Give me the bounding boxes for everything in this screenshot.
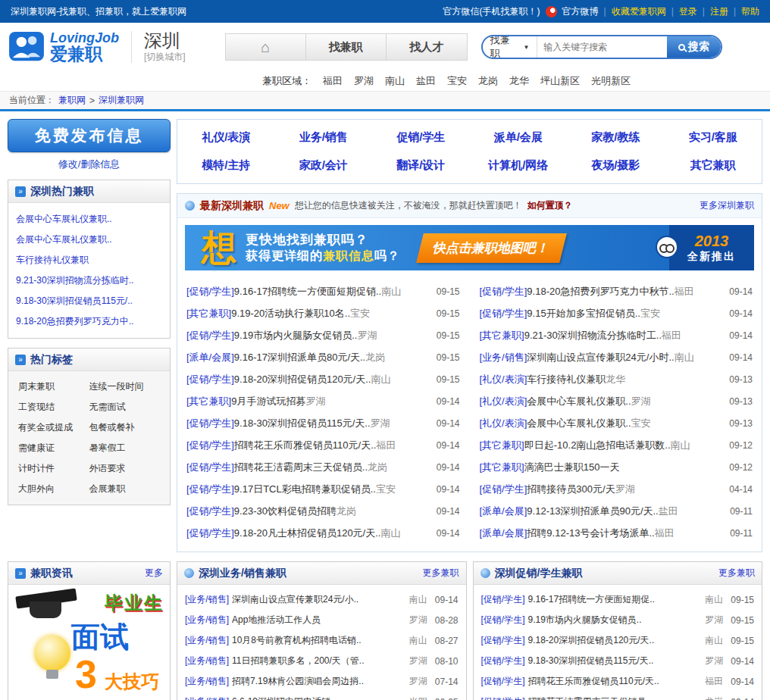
job-title-link[interactable]: 9.12-13深圳招派单员90元/天.. (527, 505, 658, 518)
job-category-link[interactable]: [其它兼职] (186, 307, 231, 320)
hot-job-link[interactable]: 会展中心车展礼仪兼职.. (16, 209, 162, 230)
breadcrumb-current-link[interactable]: 深圳兼职网 (99, 94, 144, 107)
job-title-link[interactable]: 9.18-20深圳招促销员120元/天.. (528, 634, 701, 647)
job-title-link[interactable]: 招聘花王乐而雅促销员110元/天.. (234, 439, 377, 452)
category-link[interactable]: 其它兼职 (665, 158, 762, 173)
job-category-link[interactable]: [促销/学生] (186, 417, 234, 430)
job-category-link[interactable]: [业务/销售] (480, 351, 527, 364)
category-link[interactable]: 夜场/摄影 (567, 158, 665, 173)
job-title-link[interactable]: 深圳南山设点宣传兼职24元/小时.. (527, 351, 674, 364)
region-link[interactable]: 南山 (385, 74, 405, 88)
job-title-link[interactable]: 9.19-20活动执行兼职10名.. (231, 307, 350, 320)
tag-link[interactable]: 周末兼职 (18, 380, 89, 393)
modify-delete-link[interactable]: 修改/删除信息 (8, 158, 171, 171)
job-category-link[interactable]: [促销/学生] (186, 483, 234, 496)
hot-job-link[interactable]: 9.18-20急招费列罗巧克力中.. (16, 311, 162, 332)
tag-link[interactable]: 工资现结 (18, 401, 89, 414)
region-link[interactable]: 福田 (323, 74, 343, 88)
job-map-banner[interactable]: 想 更快地找到兼职吗？ 获得更详细的兼职信息吗？ 快点击兼职地图吧！ 2013 … (185, 225, 754, 270)
category-link[interactable]: 礼仪/表演 (177, 130, 275, 145)
job-title-link[interactable]: 9.19市场内火腿肠女促销员.. (528, 614, 701, 627)
job-category-link[interactable]: [业务/销售] (185, 675, 229, 688)
tag-link[interactable]: 有奖金或提成 (18, 421, 89, 434)
job-title-link[interactable]: 10月8号前教育机构招聘电话销.. (232, 634, 405, 647)
job-category-link[interactable]: [促销/学生] (480, 483, 527, 496)
job-title-link[interactable]: 9.18-20急招费列罗巧克力中秋节.. (527, 285, 674, 298)
job-category-link[interactable]: [促销/学生] (481, 675, 525, 688)
search-category-select[interactable]: 找兼职 ▼ (483, 36, 538, 58)
job-title-link[interactable]: 9.23-30饮料促销员招聘 (234, 505, 336, 518)
job-category-link[interactable]: [礼仪/表演] (480, 417, 527, 430)
job-category-link[interactable]: [其它兼职] (480, 461, 524, 474)
job-category-link[interactable]: [促销/学生] (186, 285, 234, 298)
hot-job-link[interactable]: 9.21-30深圳招物流分拣临时.. (16, 270, 162, 291)
tag-link[interactable]: 计时计件 (18, 462, 89, 475)
job-category-link[interactable]: [礼仪/表演] (480, 395, 527, 408)
job-category-link[interactable]: [促销/学生] (481, 634, 525, 647)
job-title-link[interactable]: 会展中心车展礼仪兼职.. (527, 417, 631, 430)
wechat-link[interactable]: 官方微信(手机找兼职！) (443, 5, 540, 18)
job-title-link[interactable]: 招聘7.19林肯公园演唱会周边捎.. (232, 675, 405, 688)
job-category-link[interactable]: [其它兼职] (480, 329, 524, 342)
job-category-link[interactable]: [礼仪/表演] (480, 373, 527, 386)
category-link[interactable]: 实习/客服 (665, 130, 762, 145)
job-title-link[interactable]: 9.21-30深圳招物流分拣临时工.. (524, 329, 662, 342)
tag-link[interactable]: 外语要求 (89, 462, 161, 475)
job-category-link[interactable]: [促销/学生] (186, 527, 234, 540)
job-title-link[interactable]: 招聘花王洁霸周末三天促销员.. (234, 461, 368, 474)
favorite-link[interactable]: 收藏爱兼职网 (612, 5, 666, 18)
how-to-top-link[interactable]: 如何置顶？ (527, 199, 573, 212)
job-title-link[interactable]: 9.17日TCL彩电招聘兼职促销员.. (234, 483, 376, 496)
search-input[interactable] (537, 42, 667, 52)
job-category-link[interactable]: [派单/会展] (186, 351, 234, 364)
category-link[interactable]: 促销/学生 (372, 130, 470, 145)
job-category-link[interactable]: [促销/学生] (481, 593, 525, 606)
job-title-link[interactable]: 9.16-17招聘统一方便面短期促.. (528, 593, 701, 606)
logo[interactable]: LovingJob 爱兼职 (9, 31, 119, 63)
tab-home[interactable]: ⌂ (226, 34, 306, 60)
job-category-link[interactable]: [促销/学生] (186, 461, 234, 474)
region-link[interactable]: 罗湖 (354, 74, 374, 88)
job-category-link[interactable]: [促销/学生] (186, 439, 234, 452)
job-category-link[interactable]: [业务/销售] (185, 593, 229, 606)
job-category-link[interactable]: [促销/学生] (481, 695, 525, 700)
job-title-link[interactable]: 6.6-19深圳招中国电话销.. (232, 695, 405, 700)
job-title-link[interactable]: 招聘9.12-13号会计考场派单.. (527, 527, 654, 540)
region-link[interactable]: 坪山新区 (540, 74, 580, 88)
tag-link[interactable]: 连续一段时间 (89, 380, 161, 393)
job-category-link[interactable]: [其它兼职] (186, 395, 231, 408)
tag-link[interactable]: 会展兼职 (89, 483, 161, 495)
region-link[interactable]: 宝安 (447, 74, 467, 88)
job-category-link[interactable]: [业务/销售] (185, 695, 229, 700)
category-link[interactable]: 家政/会计 (275, 158, 373, 173)
category-link[interactable]: 计算机/网络 (470, 158, 568, 173)
weibo-link[interactable]: 官方微博 (562, 5, 599, 18)
job-title-link[interactable]: 11日招聘兼职多名，200/天（管.. (232, 655, 405, 667)
job-category-link[interactable]: [促销/学生] (481, 614, 525, 627)
login-link[interactable]: 登录 (679, 5, 697, 18)
job-title-link[interactable]: 会展中心车展礼仪兼职.. (527, 395, 631, 408)
more-business-jobs-link[interactable]: 更多兼职 (423, 567, 459, 580)
job-category-link[interactable]: [促销/学生] (480, 285, 527, 298)
category-link[interactable]: 模特/主持 (177, 158, 275, 173)
job-title-link[interactable]: 9.16-17深圳招派单员80元/天.. (234, 351, 365, 364)
tab-find-jobs[interactable]: 找兼职 (306, 34, 387, 60)
search-button[interactable]: 搜索 (667, 36, 720, 58)
region-link[interactable]: 龙华 (509, 74, 529, 88)
job-category-link[interactable]: [促销/学生] (186, 373, 234, 386)
tag-link[interactable]: 需健康证 (18, 442, 89, 455)
job-title-link[interactable]: 9.16-17招聘统一方便面短期促销.. (234, 285, 381, 298)
switch-city-link[interactable]: [切换城市] (144, 52, 186, 62)
job-title-link[interactable]: 即日起-10.2南山急招电话兼职数.. (524, 439, 671, 452)
job-category-link[interactable]: [其它兼职] (480, 439, 524, 452)
job-category-link[interactable]: [业务/销售] (185, 655, 229, 667)
job-title-link[interactable]: 9.19市场内火腿肠女促销员.. (234, 329, 358, 342)
breadcrumb-home-link[interactable]: 兼职网 (58, 94, 86, 107)
region-link[interactable]: 龙岗 (478, 74, 498, 88)
job-title-link[interactable]: 9.15开始加多宝招促销员.. (527, 307, 640, 320)
category-link[interactable]: 翻译/设计 (372, 158, 470, 173)
job-category-link[interactable]: [促销/学生] (480, 307, 527, 320)
tag-link[interactable]: 包餐或餐补 (89, 421, 161, 434)
job-title-link[interactable]: 招聘花王乐而雅促销员110元/天.. (528, 675, 701, 688)
category-link[interactable]: 家教/教练 (567, 130, 665, 145)
